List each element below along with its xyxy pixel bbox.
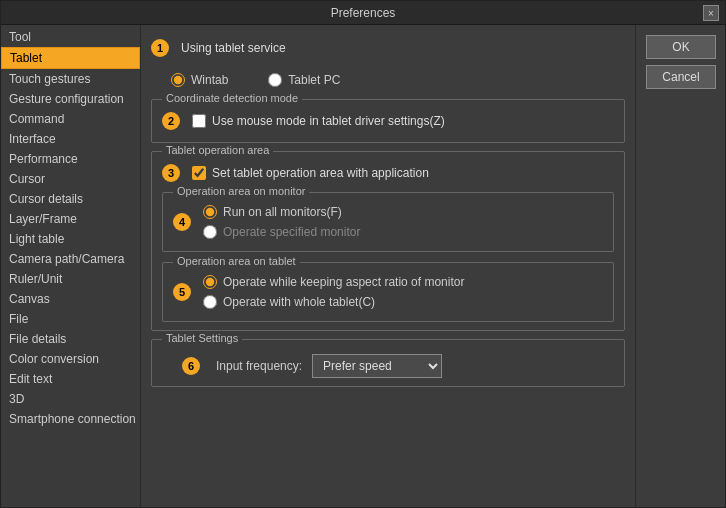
operation-area-monitor-section: Operation area on monitor 4 Run on all m… xyxy=(162,192,614,252)
operation-area-tablet-section: Operation area on tablet 5 Operate while… xyxy=(162,262,614,322)
tabletpc-radio-row: Tablet PC xyxy=(268,73,340,87)
run-all-monitors-label: Run on all monitors(F) xyxy=(223,205,342,219)
sidebar-item-light-table[interactable]: Light table xyxy=(1,229,140,249)
operate-whole-tablet-row: Operate with whole tablet(C) xyxy=(203,295,464,309)
sidebar-item-file-details[interactable]: File details xyxy=(1,329,140,349)
preferences-dialog: Preferences × ToolTabletTouch gesturesGe… xyxy=(0,0,726,508)
main-content: 1 Using tablet service Wintab Tablet PC … xyxy=(141,25,635,507)
tablet-radio-group: Operate while keeping aspect ratio of mo… xyxy=(203,275,464,309)
close-button[interactable]: × xyxy=(703,5,719,21)
sidebar-item-3d[interactable]: 3D xyxy=(1,389,140,409)
sidebar-item-file[interactable]: File xyxy=(1,309,140,329)
sidebar-item-performance[interactable]: Performance xyxy=(1,149,140,169)
tablet-operation-label: Tablet operation area xyxy=(162,144,273,156)
set-tablet-operation-checkbox[interactable] xyxy=(192,166,206,180)
keep-aspect-radio[interactable] xyxy=(203,275,217,289)
tablet-settings-section: Tablet Settings 6 Input frequency: Prefe… xyxy=(151,339,625,387)
use-mouse-mode-label: Use mouse mode in tablet driver settings… xyxy=(212,114,445,128)
run-all-monitors-radio[interactable] xyxy=(203,205,217,219)
operate-specified-monitor-radio[interactable] xyxy=(203,225,217,239)
sidebar-item-command[interactable]: Command xyxy=(1,109,140,129)
sidebar-item-camera-path-camera[interactable]: Camera path/Camera xyxy=(1,249,140,269)
input-frequency-select[interactable]: Prefer speedStandardPrefer accuracy xyxy=(312,354,442,378)
sidebar-item-smartphone-connection[interactable]: Smartphone connection xyxy=(1,409,140,429)
run-all-monitors-row: Run on all monitors(F) xyxy=(203,205,360,219)
dialog-body: ToolTabletTouch gesturesGesture configur… xyxy=(1,25,725,507)
keep-aspect-label: Operate while keeping aspect ratio of mo… xyxy=(223,275,464,289)
section1-header: 1 Using tablet service xyxy=(151,39,625,57)
coordinate-detection-row: 2 Use mouse mode in tablet driver settin… xyxy=(162,112,614,130)
badge-2: 2 xyxy=(162,112,180,130)
operation-area-monitor-label: Operation area on monitor xyxy=(173,185,309,197)
cancel-button[interactable]: Cancel xyxy=(646,65,716,89)
coordinate-detection-section: Coordinate detection mode 2 Use mouse mo… xyxy=(151,99,625,143)
tablet-operation-row: 3 Set tablet operation area with applica… xyxy=(162,164,614,182)
badge-5: 5 xyxy=(173,283,191,301)
operate-specified-monitor-row: Operate specified monitor xyxy=(203,225,360,239)
wintab-radio-row: Wintab xyxy=(171,73,228,87)
whole-tablet-label: Operate with whole tablet(C) xyxy=(223,295,375,309)
sidebar-item-layer-frame[interactable]: Layer/Frame xyxy=(1,209,140,229)
action-buttons: OK Cancel xyxy=(635,25,725,507)
set-tablet-operation-label: Set tablet operation area with applicati… xyxy=(212,166,429,180)
sidebar-item-cursor[interactable]: Cursor xyxy=(1,169,140,189)
tabletpc-label: Tablet PC xyxy=(288,73,340,87)
wintab-label: Wintab xyxy=(191,73,228,87)
input-frequency-row: 6 Input frequency: Prefer speedStandardP… xyxy=(182,354,614,378)
sidebar-item-cursor-details[interactable]: Cursor details xyxy=(1,189,140,209)
badge-3: 3 xyxy=(162,164,180,182)
title-bar: Preferences × xyxy=(1,1,725,25)
operation-area-monitor-row: 4 Run on all monitors(F) Operate specifi… xyxy=(173,205,603,239)
dialog-title: Preferences xyxy=(331,6,396,20)
badge-6: 6 xyxy=(182,357,200,375)
operation-area-tablet-row: 5 Operate while keeping aspect ratio of … xyxy=(173,275,603,309)
sidebar-item-tablet[interactable]: Tablet xyxy=(1,47,140,69)
use-mouse-mode-row: Use mouse mode in tablet driver settings… xyxy=(192,114,445,128)
tablet-service-options: Wintab Tablet PC xyxy=(151,69,625,91)
operation-area-tablet-label: Operation area on tablet xyxy=(173,255,300,267)
set-tablet-operation-row: Set tablet operation area with applicati… xyxy=(192,166,429,180)
wintab-radio[interactable] xyxy=(171,73,185,87)
tabletpc-radio[interactable] xyxy=(268,73,282,87)
ok-button[interactable]: OK xyxy=(646,35,716,59)
use-mouse-mode-checkbox[interactable] xyxy=(192,114,206,128)
sidebar-item-canvas[interactable]: Canvas xyxy=(1,289,140,309)
tablet-settings-label: Tablet Settings xyxy=(162,332,242,344)
badge-4: 4 xyxy=(173,213,191,231)
sidebar-item-tool[interactable]: Tool xyxy=(1,27,140,47)
sidebar-item-ruler-unit[interactable]: Ruler/Unit xyxy=(1,269,140,289)
sidebar: ToolTabletTouch gesturesGesture configur… xyxy=(1,25,141,507)
using-tablet-service-label: Using tablet service xyxy=(181,41,286,55)
sidebar-item-interface[interactable]: Interface xyxy=(1,129,140,149)
sidebar-item-gesture-configuration[interactable]: Gesture configuration xyxy=(1,89,140,109)
sidebar-item-touch-gestures[interactable]: Touch gestures xyxy=(1,69,140,89)
coordinate-section-label: Coordinate detection mode xyxy=(162,92,302,104)
monitor-radio-group: Run on all monitors(F) Operate specified… xyxy=(203,205,360,239)
badge-1: 1 xyxy=(151,39,169,57)
input-frequency-label: Input frequency: xyxy=(216,359,302,373)
sidebar-item-color-conversion[interactable]: Color conversion xyxy=(1,349,140,369)
operate-keeping-aspect-row: Operate while keeping aspect ratio of mo… xyxy=(203,275,464,289)
operate-specified-monitor-label: Operate specified monitor xyxy=(223,225,360,239)
sidebar-item-edit-text[interactable]: Edit text xyxy=(1,369,140,389)
tablet-operation-section: Tablet operation area 3 Set tablet opera… xyxy=(151,151,625,331)
whole-tablet-radio[interactable] xyxy=(203,295,217,309)
